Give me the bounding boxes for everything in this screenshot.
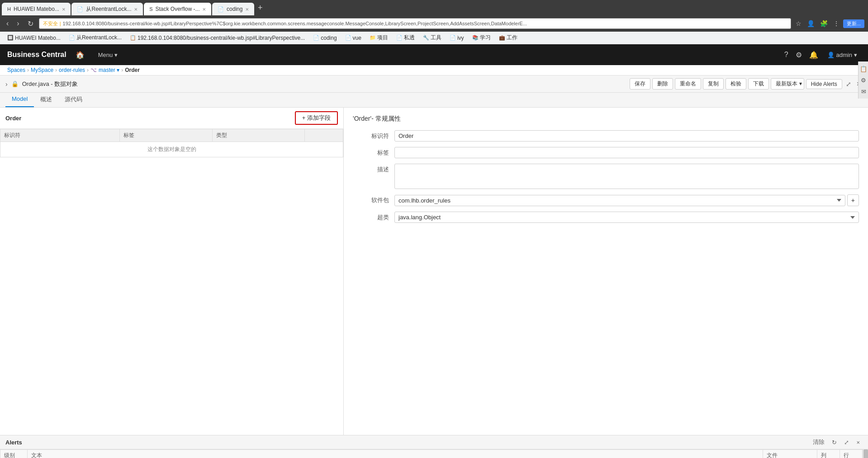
alerts-close-button[interactable]: × <box>854 437 863 447</box>
breadcrumb-order: Order <box>125 67 140 73</box>
lock-icon: 🔒 <box>11 80 19 87</box>
bookmark-favicon: 📄 <box>345 35 351 41</box>
package-add-button[interactable]: + <box>847 194 859 206</box>
bookmark-stackoverflow[interactable]: 📋 192.168.0.104:8080/business-central/ki… <box>126 34 308 42</box>
notifications-button[interactable]: 🔔 <box>807 49 820 61</box>
delete-button[interactable]: 删除 <box>652 78 673 90</box>
breadcrumb-separator: › <box>121 67 123 73</box>
editor-title: Order.java - 数据对象 <box>22 80 78 88</box>
main-area: › 🔒 Order.java - 数据对象 保存 删除 重命名 复制 检验 下载… <box>0 76 868 458</box>
copy-button[interactable]: 复制 <box>703 78 724 90</box>
package-select-wrap: com.lhb.order_rules + <box>394 194 859 206</box>
breadcrumb-master-label: master <box>99 67 115 73</box>
menu-button[interactable]: Menu ▾ <box>94 50 123 60</box>
bookmark-project[interactable]: 📁 项目 <box>366 33 392 42</box>
chevron-down-icon: ▾ <box>114 52 118 58</box>
latest-version-button[interactable]: 最新版本 ▾ <box>771 78 804 90</box>
bookmark-sitou[interactable]: 📄 私透 <box>393 33 418 42</box>
bookmark-tools[interactable]: 🔧 工具 <box>419 33 445 42</box>
editor-expand-button[interactable]: › <box>5 80 8 88</box>
validate-button[interactable]: 检验 <box>726 78 746 90</box>
bookmark-work[interactable]: 💼 工作 <box>495 33 521 42</box>
alerts-clear-button[interactable]: 清除 <box>810 437 827 447</box>
browser-tab-reentrant[interactable]: 📄 从ReentrantLock... × <box>71 3 143 15</box>
reload-button[interactable]: ↻ <box>25 19 36 29</box>
alerts-refresh-button[interactable]: ↻ <box>829 437 840 447</box>
tab-model[interactable]: Model <box>5 93 34 107</box>
bookmark-label: 工作 <box>507 34 517 42</box>
update-button[interactable]: 更新... <box>843 19 864 28</box>
bookmark-icon[interactable]: ☆ <box>794 19 803 28</box>
scroll-thumb <box>863 449 868 458</box>
help-button[interactable]: ? <box>783 49 790 61</box>
editor-title-area: › 🔒 Order.java - 数据对象 <box>5 80 78 88</box>
tab-favicon: H <box>7 6 11 12</box>
table-header-row: 标识符 标签 类型 <box>0 129 343 142</box>
hide-alerts-button[interactable]: Hide Alerts <box>806 79 842 89</box>
bookmark-coding[interactable]: 📄 coding <box>309 34 340 42</box>
package-select[interactable]: com.lhb.order_rules <box>394 195 845 206</box>
bookmark-label: 工具 <box>431 34 441 42</box>
settings-button[interactable]: ⚙ <box>794 49 804 61</box>
tab-overview[interactable]: 概述 <box>34 93 58 107</box>
extensions-icon[interactable]: 🧩 <box>818 19 830 28</box>
browser-tab-huawei[interactable]: H HUAWEI Matebo... × <box>2 3 71 15</box>
bookmarks-bar: 🔲 HUAWEI Matebo... 📄 从ReentrantLock... 📋… <box>0 32 868 44</box>
alerts-expand-button[interactable]: ⤢ <box>841 437 852 447</box>
breadcrumb-myspace[interactable]: MySpace <box>31 67 53 73</box>
col-actions <box>305 129 343 142</box>
add-field-button[interactable]: + 添加字段 <box>295 111 338 125</box>
menu-icon[interactable]: ⋮ <box>831 19 841 28</box>
bookmark-vue[interactable]: 📄 vue <box>342 34 365 42</box>
tab-source-label: 源代码 <box>65 96 82 103</box>
bookmark-favicon: 📄 <box>69 35 75 41</box>
bookmark-label: HUAWEI Matebo... <box>15 35 61 41</box>
back-button[interactable]: ‹ <box>4 19 11 28</box>
alerts-header: Alerts 清除 ↻ ⤢ × <box>0 435 868 449</box>
bookmark-reentrant[interactable]: 📄 从ReentrantLock... <box>65 33 125 42</box>
profile-icon[interactable]: 👤 <box>805 19 816 28</box>
download-button[interactable]: 下载 <box>748 78 769 90</box>
browser-tab-coding[interactable]: 📄 coding × <box>212 3 254 15</box>
object-header: Order + 添加字段 <box>0 108 343 129</box>
tab-close-icon[interactable]: × <box>245 6 249 13</box>
alerts-scrollbar[interactable] <box>863 449 868 458</box>
tab-close-icon[interactable]: × <box>203 6 206 13</box>
tab-overview-label: 概述 <box>40 96 52 103</box>
breadcrumb-order-rules[interactable]: order-rules <box>59 67 85 73</box>
security-label: 不安全 <box>43 20 58 27</box>
browser-tab-stackoverflow[interactable]: S Stack Overflow -... × <box>144 3 211 15</box>
new-tab-button[interactable]: + <box>255 2 266 14</box>
user-icon: 👤 <box>827 52 835 58</box>
tab-source[interactable]: 源代码 <box>58 93 89 107</box>
alerts-col-text: 文本 <box>28 450 763 458</box>
bookmark-learning[interactable]: 📚 学习 <box>469 33 494 42</box>
identifier-input[interactable] <box>394 130 859 142</box>
latest-version-label: 最新版本 <box>776 80 797 87</box>
user-menu-button[interactable]: 👤 admin ▾ <box>824 50 861 60</box>
rename-button[interactable]: 重命名 <box>675 78 701 90</box>
tab-close-icon[interactable]: × <box>62 6 66 13</box>
bookmark-ivy[interactable]: 📄 ivy <box>446 34 468 42</box>
breadcrumb: Spaces › MySpace › order-rules › ⌥ maste… <box>0 65 868 76</box>
superclass-select[interactable]: java.lang.Object <box>394 212 859 223</box>
bookmark-label: 私透 <box>404 34 415 42</box>
bookmark-huawei[interactable]: 🔲 HUAWEI Matebo... <box>4 34 64 42</box>
description-textarea[interactable] <box>394 164 859 189</box>
forward-button[interactable]: › <box>14 19 22 28</box>
col-label-label: 标签 <box>123 132 134 138</box>
save-button[interactable]: 保存 <box>630 78 650 90</box>
home-button[interactable]: 🏠 <box>72 49 88 61</box>
prop-row-description: 描述 <box>353 164 859 189</box>
breadcrumb-spaces[interactable]: Spaces <box>7 67 25 73</box>
col-identifier: 标识符 <box>0 129 120 142</box>
address-bar[interactable]: 不安全 | 192.168.0.104:8080/business-centra… <box>39 18 791 29</box>
alerts-panel: Alerts 清除 ↻ ⤢ × 级别 文本 <box>0 435 868 458</box>
alerts-actions: 清除 ↻ ⤢ × <box>810 437 863 447</box>
tag-input[interactable] <box>394 147 859 158</box>
breadcrumb-master[interactable]: master ▾ <box>99 67 119 73</box>
bookmark-label: 学习 <box>480 34 491 42</box>
maximize-icon[interactable]: ⤢ <box>844 80 853 89</box>
tab-close-icon[interactable]: × <box>134 6 138 13</box>
header-icons: ? ⚙ 🔔 👤 admin ▾ <box>783 49 861 61</box>
